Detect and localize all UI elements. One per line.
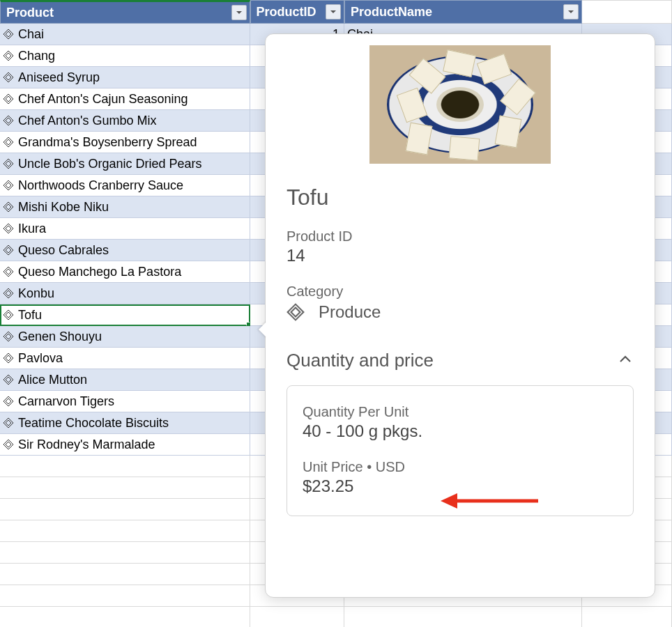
- cell-product[interactable]: Uncle Bob's Organic Dried Pears: [0, 153, 250, 175]
- product-id-value: 14: [287, 246, 634, 265]
- cell-product-text: Tofu: [18, 308, 42, 323]
- card-image: [369, 45, 551, 164]
- cell-product-text: Chang: [18, 49, 55, 63]
- data-type-icon: [3, 115, 14, 126]
- cell-product-text: Grandma's Boysenberry Spread: [18, 135, 197, 150]
- data-type-icon: [3, 72, 14, 83]
- quantity-price-box: Quantity Per Unit 40 - 100 g pkgs. Unit …: [287, 385, 634, 516]
- data-type-icon: [3, 180, 14, 191]
- cell-product-text: Ikura: [18, 222, 46, 236]
- data-type-icon: [3, 396, 14, 407]
- product-id-label: Product ID: [287, 229, 634, 245]
- section-title: Quantity and price: [287, 350, 434, 371]
- column-header-product[interactable]: Product: [0, 0, 250, 24]
- cell-product[interactable]: Queso Cabrales: [0, 240, 250, 261]
- cell-product-text: Sir Rodney's Marmalade: [18, 438, 155, 452]
- chevron-up-icon: [617, 351, 634, 371]
- cell-product[interactable]: Grandma's Boysenberry Spread: [0, 132, 250, 153]
- empty-cell[interactable]: [0, 542, 250, 564]
- cell-product[interactable]: Konbu: [0, 283, 250, 304]
- cell-product-text: Queso Manchego La Pastora: [18, 265, 181, 279]
- cell-product[interactable]: Chef Anton's Gumbo Mix: [0, 110, 250, 132]
- quantity-per-unit-label: Quantity Per Unit: [303, 404, 618, 420]
- cell-product[interactable]: Pavlova: [0, 348, 250, 369]
- empty-cell[interactable]: [250, 607, 344, 627]
- cell-product-text: Teatime Chocolate Biscuits: [18, 416, 169, 431]
- empty-cell[interactable]: [0, 477, 250, 499]
- card-title: Tofu: [287, 185, 634, 210]
- cell-product[interactable]: Carnarvon Tigers: [0, 391, 250, 412]
- cell-product-text: Northwoods Cranberry Sauce: [18, 178, 183, 193]
- data-type-card: Tofu Product ID 14 Category Produce Quan…: [265, 33, 655, 598]
- data-type-icon: [3, 29, 14, 40]
- cell-product[interactable]: Chang: [0, 45, 250, 67]
- column-header-label: ProductID: [257, 5, 316, 20]
- filter-button-product[interactable]: [231, 5, 247, 20]
- cell-product[interactable]: Genen Shouyu: [0, 326, 250, 348]
- data-type-icon: [3, 50, 14, 61]
- data-type-icon: [3, 245, 14, 256]
- cell-product[interactable]: Sir Rodney's Marmalade: [0, 434, 250, 456]
- cell-product[interactable]: Ikura: [0, 218, 250, 240]
- cell-product-text: Konbu: [18, 286, 54, 301]
- chevron-down-icon: [329, 8, 337, 16]
- empty-cell[interactable]: [0, 520, 250, 542]
- chevron-down-icon: [235, 8, 243, 17]
- quantity-per-unit-value: 40 - 100 g pkgs.: [303, 421, 618, 441]
- cell-product[interactable]: Queso Manchego La Pastora: [0, 261, 250, 283]
- empty-cell[interactable]: [0, 564, 250, 585]
- table-header-row: Product ProductID ProductName: [0, 0, 672, 24]
- empty-cell[interactable]: [0, 499, 250, 520]
- cell-product[interactable]: Tofu: [0, 304, 250, 326]
- cell-product-text: Aniseed Syrup: [18, 70, 100, 85]
- data-type-icon: [3, 309, 14, 320]
- column-header-label: Product: [6, 6, 54, 20]
- cell-product-text: Uncle Bob's Organic Dried Pears: [18, 157, 202, 171]
- data-type-icon: [3, 417, 14, 428]
- unit-price-value: $23.25: [303, 477, 618, 496]
- data-type-icon: [3, 439, 14, 450]
- column-header-label: ProductName: [351, 5, 432, 20]
- filter-button-productid[interactable]: [326, 4, 341, 20]
- filter-button-productname[interactable]: [563, 4, 579, 20]
- cell-product-text: Carnarvon Tigers: [18, 394, 114, 409]
- category-value: Produce: [319, 302, 381, 322]
- empty-cell[interactable]: [344, 607, 582, 627]
- cell-product[interactable]: Chef Anton's Cajun Seasoning: [0, 88, 250, 110]
- empty-cell[interactable]: [0, 585, 250, 607]
- column-header-productname[interactable]: ProductName: [344, 0, 582, 24]
- data-type-icon: [3, 266, 14, 277]
- category-label: Category: [287, 284, 634, 300]
- empty-row[interactable]: [0, 607, 672, 627]
- column-header-empty: [582, 0, 672, 24]
- data-type-icon: [287, 303, 305, 321]
- cell-product-text: Chai: [18, 27, 44, 42]
- data-type-icon: [3, 223, 14, 234]
- chevron-down-icon: [567, 8, 575, 16]
- data-type-icon: [3, 93, 14, 104]
- empty-cell[interactable]: [0, 456, 250, 477]
- data-type-icon: [3, 331, 14, 342]
- cell-product-text: Chef Anton's Gumbo Mix: [18, 114, 157, 128]
- cell-product-text: Queso Cabrales: [18, 243, 109, 258]
- data-type-icon: [3, 158, 14, 169]
- cell-product[interactable]: Teatime Chocolate Biscuits: [0, 412, 250, 434]
- unit-price-label: Unit Price • USD: [303, 459, 405, 475]
- data-type-icon: [3, 374, 14, 385]
- cell-product-text: Pavlova: [18, 351, 63, 366]
- empty-cell[interactable]: [0, 607, 250, 627]
- data-type-icon: [3, 201, 14, 212]
- data-type-icon: [3, 137, 14, 148]
- cell-product[interactable]: Mishi Kobe Niku: [0, 196, 250, 218]
- card-pointer: [259, 321, 267, 338]
- section-header-quantity-price[interactable]: Quantity and price: [287, 350, 634, 377]
- column-header-productid[interactable]: ProductID: [250, 0, 344, 24]
- cell-product-text: Genen Shouyu: [18, 330, 102, 344]
- cell-product[interactable]: Northwoods Cranberry Sauce: [0, 175, 250, 196]
- cell-product-text: Alice Mutton: [18, 373, 87, 387]
- cell-product[interactable]: Alice Mutton: [0, 369, 250, 391]
- cell-product[interactable]: Aniseed Syrup: [0, 67, 250, 88]
- cell-product-text: Mishi Kobe Niku: [18, 200, 109, 215]
- cell-product[interactable]: Chai: [0, 24, 250, 45]
- empty-cell[interactable]: [582, 607, 672, 627]
